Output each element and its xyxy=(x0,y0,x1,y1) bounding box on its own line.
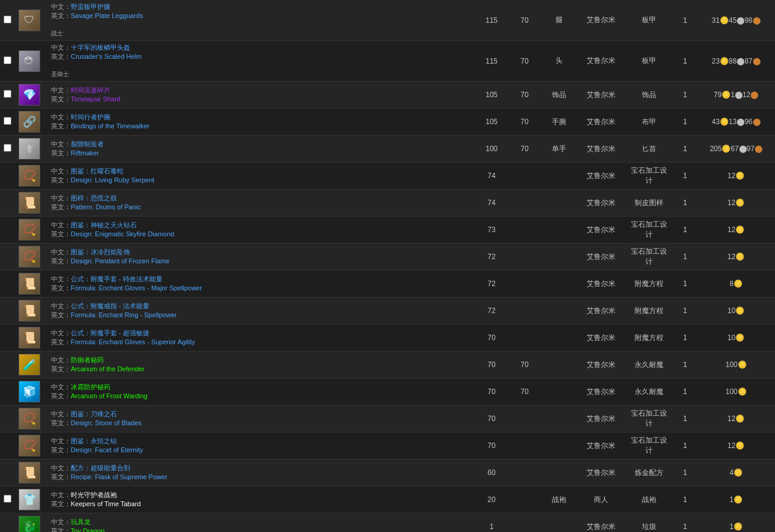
vendor-cell: 艾鲁尔米 xyxy=(577,405,625,432)
qty-cell: 1 xyxy=(673,486,697,513)
req-cell: 70 xyxy=(508,109,541,136)
item-table: 🛡 中文：野蛮板甲护腿 英文：Savage Plate Legguards 战士… xyxy=(0,0,775,532)
slot-cell xyxy=(541,378,577,405)
gold-icon: 🪙 xyxy=(720,118,729,126)
item-en: 英文：Recipe: Flask of Supreme Power xyxy=(51,473,471,482)
item-en: 英文：Design: Pendant of Frozen Flame xyxy=(51,257,471,266)
item-icon: 🔗 xyxy=(19,111,40,133)
item-en: 英文：Formula: Enchant Gloves - Superior Ag… xyxy=(51,338,471,347)
qty-cell: 1 xyxy=(673,41,697,82)
gold-icon: 🪙 xyxy=(734,495,743,504)
table-row: 🔗 中文：时间行者护腕 英文：Bindings of the Timewalke… xyxy=(0,109,775,136)
item-icon: 👕 xyxy=(19,489,40,510)
req-cell xyxy=(508,405,541,432)
checkbox-cell xyxy=(0,486,15,513)
item-cn: 中文：图鉴：红曜石毒蛇 xyxy=(51,167,471,176)
item-name-cell: 中文：图样：恐慌之鼓 英文：Pattern: Drums of Panic xyxy=(47,190,475,217)
row-checkbox[interactable] xyxy=(4,16,11,23)
item-en: 英文：Pattern: Drums of Panic xyxy=(51,203,471,212)
vendor-cell: 艾鲁尔米 xyxy=(577,217,625,244)
table-row: 💎 中文：时间流逝碎片 英文：Timelapse Shard 10570饰品艾鲁… xyxy=(0,82,775,109)
icon-cell: 📿 xyxy=(15,432,47,459)
copper-icon: ⬤ xyxy=(755,145,762,153)
vendor-cell: 艾鲁尔米 xyxy=(577,190,625,217)
item-icon: 🧪 xyxy=(19,354,40,375)
req-cell: 70 xyxy=(508,0,541,41)
vendor-cell: 艾鲁尔米 xyxy=(577,244,625,270)
vendor-cell: 艾鲁尔米 xyxy=(577,459,625,486)
req-cell xyxy=(508,163,541,190)
icon-cell: 📿 xyxy=(15,163,47,190)
vendor-cell: 艾鲁尔米 xyxy=(577,513,625,533)
price-cell: 1🪙 xyxy=(697,513,775,533)
item-en: 英文：Design: Stone of Blades xyxy=(51,419,471,428)
icon-cell: 💎 xyxy=(15,82,47,109)
ilvl-cell: 74 xyxy=(475,190,508,217)
slot-cell: 单手 xyxy=(541,136,577,163)
vendor-cell: 艾鲁尔米 xyxy=(577,324,625,351)
silver-icon: ⬤ xyxy=(737,57,744,65)
checkbox-cell xyxy=(0,109,15,136)
item-cn: 中文：图鉴：刀锋之石 xyxy=(51,410,471,419)
table-row: 🛡 中文：野蛮板甲护腿 英文：Savage Plate Legguards 战士… xyxy=(0,0,775,41)
ilvl-cell: 105 xyxy=(475,109,508,136)
gold-icon: 🪙 xyxy=(735,253,744,261)
item-name-cell: 中文：十字军的板鳞甲头盔 英文：Crusader's Scaled Helm 圣… xyxy=(47,41,475,82)
slot-cell: 饰品 xyxy=(541,82,577,109)
row-checkbox[interactable] xyxy=(4,90,11,98)
item-cn: 中文：公式：附魔手套 - 超强敏捷 xyxy=(51,329,471,338)
table-row: 🧊 中文：冰霜防护秘药 英文：Arcanum of Frost Warding … xyxy=(0,378,775,405)
slot-cell xyxy=(541,163,577,190)
slot-cell xyxy=(541,190,577,217)
item-cn: 中文：公式：附魔戒指 - 法术能量 xyxy=(51,302,471,311)
ilvl-cell: 70 xyxy=(475,324,508,351)
icon-cell: 🐉 xyxy=(15,513,47,533)
item-icon: 📿 xyxy=(19,246,40,267)
gold-icon: 🪙 xyxy=(735,172,744,180)
row-checkbox[interactable] xyxy=(4,144,11,152)
slot-cell: 战袍 xyxy=(541,486,577,513)
slot-cell xyxy=(541,217,577,244)
type-cell: 板甲 xyxy=(625,41,673,82)
type-cell: 宝石加工设计 xyxy=(625,217,673,244)
table-row: 📿 中文：图鉴：神秘之天火钻石 英文：Design: Enigmatic Sky… xyxy=(0,217,775,244)
item-cn: 中文：防御者秘药 xyxy=(51,356,471,365)
slot-cell: 腿 xyxy=(541,0,577,41)
icon-cell: 📜 xyxy=(15,459,47,486)
ilvl-cell: 20 xyxy=(475,486,508,513)
ilvl-cell: 73 xyxy=(475,217,508,244)
qty-cell: 1 xyxy=(673,244,697,270)
price-cell: 12🪙 xyxy=(697,405,775,432)
vendor-cell: 艾鲁尔米 xyxy=(577,136,625,163)
row-checkbox[interactable] xyxy=(4,117,11,125)
copper-icon: ⬤ xyxy=(753,57,761,65)
qty-cell: 1 xyxy=(673,190,697,217)
item-name-cell: 中文：冰霜防护秘药 英文：Arcanum of Frost Warding xyxy=(47,378,475,405)
gold-icon: 🪙 xyxy=(735,333,744,342)
gold-icon: 🪙 xyxy=(720,16,729,25)
gold-icon: 🪙 xyxy=(738,387,747,396)
ilvl-cell: 1 xyxy=(475,513,508,533)
checkbox-cell xyxy=(0,244,15,270)
checkbox-cell xyxy=(0,270,15,297)
item-cn: 中文：时光守护者战袍 xyxy=(51,491,471,500)
item-en: 英文：Crusader's Scaled Helm xyxy=(51,52,471,61)
item-en: 英文：Formula: Enchant Ring - Spellpower xyxy=(51,311,471,320)
vendor-cell: 艾鲁尔米 xyxy=(577,378,625,405)
req-cell: 70 xyxy=(508,351,541,378)
silver-icon: ⬤ xyxy=(739,145,747,153)
row-checkbox[interactable] xyxy=(4,56,11,64)
qty-cell: 1 xyxy=(673,351,697,378)
slot-cell xyxy=(541,432,577,459)
row-checkbox[interactable] xyxy=(4,495,11,503)
ilvl-cell: 72 xyxy=(475,270,508,297)
icon-cell: 📿 xyxy=(15,217,47,244)
req-cell xyxy=(508,513,541,533)
item-cn: 中文：图鉴：冰冷烈焰坠饰 xyxy=(51,248,471,257)
item-cn: 中文：时间行者护腕 xyxy=(51,113,471,122)
table-row: 🗡 中文：裂隙制造者 英文：Riftmaker 10070单手艾鲁尔米匕首120… xyxy=(0,136,775,163)
table-row: 📜 中文：公式：附魔手套 - 特效法术能量 英文：Formula: Enchan… xyxy=(0,270,775,297)
item-name-cell: 中文：野蛮板甲护腿 英文：Savage Plate Legguards 战士 xyxy=(47,0,475,41)
price-cell: 12🪙 xyxy=(697,217,775,244)
req-cell xyxy=(508,432,541,459)
